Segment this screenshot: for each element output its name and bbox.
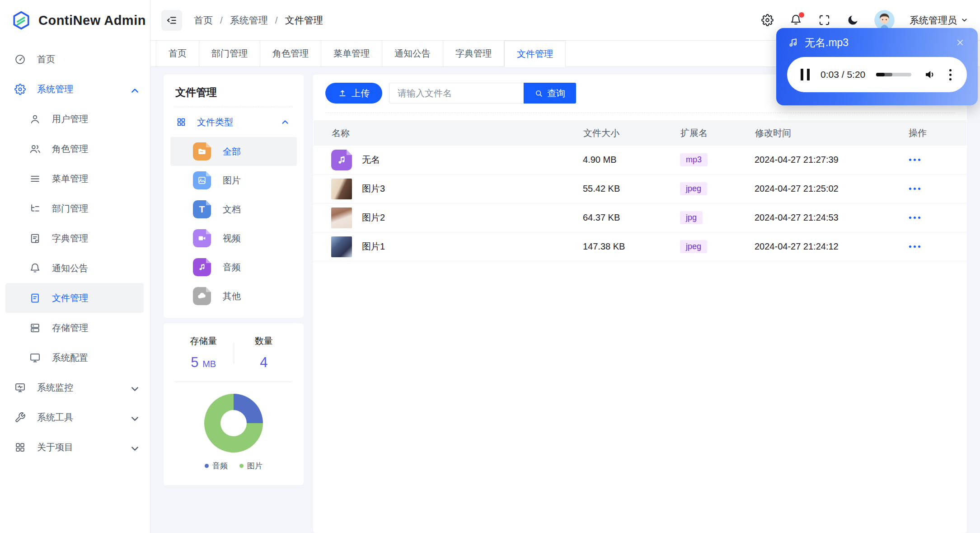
file-name[interactable]: 图片3 — [362, 183, 385, 195]
sidebar-item-user-management[interactable]: 用户管理 — [0, 104, 150, 134]
row-more-actions-button[interactable] — [908, 243, 949, 250]
tab-dictionary[interactable]: 字典管理 — [443, 41, 504, 66]
table-row[interactable]: 图片2 64.37 KB jpg 2024-04-27 21:24:53 — [313, 203, 967, 232]
sidebar-item-label: 关于项目 — [37, 441, 73, 453]
sidebar-item-system-management[interactable]: 系统管理 — [0, 74, 150, 104]
file-type-label: 文档 — [223, 203, 241, 216]
monitor-pulse-icon — [14, 382, 26, 393]
sidebar-item-storage-management[interactable]: 存储管理 — [0, 313, 150, 343]
breadcrumb-separator: / — [275, 15, 278, 26]
audio-slider-thumb[interactable] — [876, 73, 885, 76]
photo-thumbnail[interactable] — [331, 179, 352, 199]
file-type-video[interactable]: 视频 — [170, 224, 297, 253]
ext-tag: jpeg — [680, 182, 707, 195]
legend-item-audio[interactable]: 音频 — [205, 461, 228, 471]
photo-thumbnail[interactable] — [331, 208, 352, 228]
chevron-down-icon — [129, 413, 137, 421]
photo-thumbnail[interactable] — [331, 236, 352, 257]
sidebar-item-about-project[interactable]: 关于项目 — [0, 432, 150, 462]
fullscreen-icon[interactable] — [817, 14, 831, 27]
cloud-icon — [193, 287, 211, 305]
sidebar-item-label: 系统工具 — [37, 411, 73, 424]
file-type-all[interactable]: 全部 — [170, 137, 297, 166]
upload-button[interactable]: 上传 — [325, 83, 382, 104]
collapse-sidebar-button[interactable] — [161, 10, 182, 31]
sidebar-item-system-tools[interactable]: 系统工具 — [0, 402, 150, 432]
grid-icon — [14, 441, 26, 453]
column-header-ext: 扩展名 — [680, 127, 755, 139]
video-icon — [193, 229, 211, 247]
sidebar-item-label: 系统管理 — [37, 83, 73, 95]
gear-icon — [14, 83, 26, 95]
tab-menu[interactable]: 菜单管理 — [321, 41, 382, 66]
file-type-audio[interactable]: 音频 — [170, 253, 297, 282]
tab-home[interactable]: 首页 — [156, 41, 199, 66]
file-name[interactable]: 图片1 — [362, 241, 385, 253]
sidebar-item-role-management[interactable]: 角色管理 — [0, 134, 150, 164]
sidebar-item-system-config[interactable]: 系统配置 — [0, 343, 150, 373]
file-type-label: 视频 — [223, 232, 241, 245]
row-more-actions-button[interactable] — [908, 156, 949, 164]
sidebar-item-system-monitor[interactable]: 系统监控 — [0, 373, 150, 402]
file-type-group-toggle[interactable]: 文件类型 — [174, 107, 293, 137]
audio-time: 0:03 / 5:20 — [821, 69, 865, 80]
logo-icon — [11, 10, 32, 31]
dictionary-icon — [29, 232, 41, 244]
document-icon: T — [193, 200, 211, 218]
file-type-other[interactable]: 其他 — [170, 282, 297, 311]
volume-icon[interactable] — [924, 68, 937, 81]
file-name[interactable]: 无名 — [362, 154, 380, 166]
file-type-image[interactable]: 图片 — [170, 166, 297, 195]
tab-file-management[interactable]: 文件管理 — [504, 41, 566, 67]
chevron-down-icon — [129, 443, 137, 451]
settings-gear-icon[interactable] — [760, 14, 774, 27]
breadcrumb-item[interactable]: 首页 — [194, 14, 213, 27]
sidebar-item-home[interactable]: 首页 — [0, 44, 150, 74]
file-name[interactable]: 图片2 — [362, 212, 385, 224]
sidebar-item-menu-management[interactable]: 菜单管理 — [0, 164, 150, 193]
tab-notice[interactable]: 通知公告 — [382, 41, 443, 66]
file-name-cell: 无名 — [331, 150, 583, 170]
legend-label: 图片 — [247, 461, 263, 471]
breadcrumb-item[interactable]: 系统管理 — [230, 14, 268, 27]
modified-time: 2024-04-27 21:25:02 — [755, 184, 908, 194]
table-row[interactable]: 图片3 55.42 KB jpeg 2024-04-27 21:25:02 — [313, 175, 967, 203]
table-row[interactable]: 图片1 147.38 KB jpeg 2024-04-27 21:24:12 — [313, 232, 967, 261]
notification-bell-icon[interactable] — [789, 14, 802, 27]
users-icon — [29, 143, 41, 155]
file-type-document[interactable]: T 文档 — [170, 195, 297, 224]
count-stat: 数量 4 — [234, 335, 294, 371]
sidebar-item-dictionary-management[interactable]: 字典管理 — [0, 223, 150, 253]
kebab-menu-icon[interactable] — [947, 67, 953, 82]
pause-button[interactable] — [801, 69, 810, 80]
wrench-icon — [14, 411, 26, 423]
logo[interactable]: ContiNew Admin — [0, 0, 150, 41]
dark-mode-moon-icon[interactable] — [846, 14, 859, 27]
page-content: 文件管理 文件类型 — [150, 67, 980, 533]
tab-department[interactable]: 部门管理 — [199, 41, 260, 66]
user-menu[interactable]: 系统管理员 — [910, 14, 968, 27]
audio-progress-slider[interactable] — [876, 73, 911, 76]
user-avatar[interactable] — [874, 10, 895, 30]
close-icon[interactable] — [954, 37, 966, 48]
query-button[interactable]: 查询 — [524, 83, 576, 104]
column-header-time: 修改时间 — [755, 127, 909, 139]
donut-chart[interactable] — [204, 394, 263, 453]
column-header-actions: 操作 — [909, 127, 948, 139]
legend-item-image[interactable]: 图片 — [239, 461, 263, 471]
modified-time: 2024-04-27 21:24:12 — [755, 241, 908, 252]
row-more-actions-button[interactable] — [908, 214, 949, 222]
table-row[interactable]: 无名 4.90 MB mp3 2024-04-27 21:27:39 — [313, 146, 967, 175]
row-more-actions-button[interactable] — [908, 185, 949, 193]
file-ext-cell: jpeg — [680, 182, 755, 195]
image-icon — [193, 171, 211, 189]
file-ext-cell: mp3 — [680, 153, 755, 166]
search-input[interactable] — [389, 83, 524, 104]
sidebar-item-notice[interactable]: 通知公告 — [0, 253, 150, 283]
audio-popup-header: 无名.mp3 — [776, 28, 978, 57]
sidebar-item-file-management[interactable]: 文件管理 — [5, 283, 144, 313]
tab-role[interactable]: 角色管理 — [260, 41, 321, 66]
file-icon — [29, 292, 41, 304]
sidebar-item-department-management[interactable]: 部门管理 — [0, 193, 150, 223]
music-file-icon[interactable] — [331, 150, 352, 170]
